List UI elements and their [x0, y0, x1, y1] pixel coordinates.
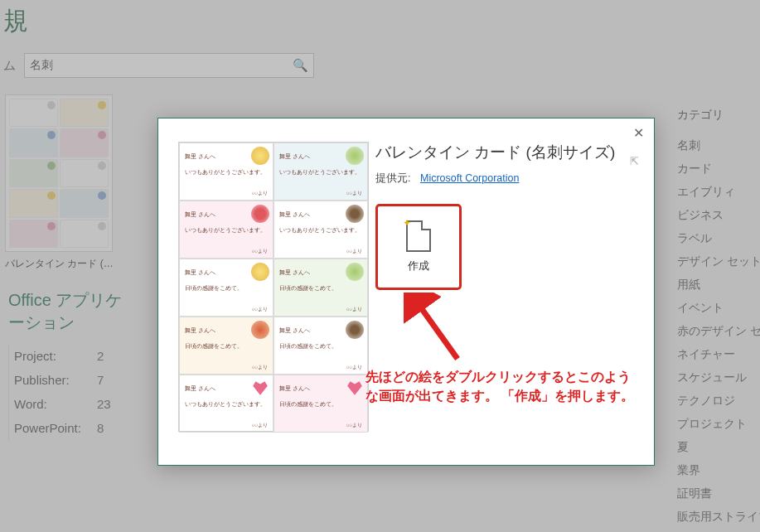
category-item[interactable]: プロジェクト: [677, 413, 760, 436]
template-search-box[interactable]: 🔍: [24, 53, 314, 78]
category-item[interactable]: 赤のデザイン セット: [677, 320, 760, 343]
category-item[interactable]: 業界: [677, 459, 760, 482]
template-title: バレンタイン カード (名刺サイズ): [375, 142, 637, 163]
category-item[interactable]: 名刺: [677, 134, 760, 157]
template-preview-image: 舞里 さんへいつもありがとうございます。○○より 舞里 さんへいつもありがとうご…: [158, 118, 365, 465]
category-item[interactable]: カード: [677, 157, 760, 181]
app-row[interactable]: PowerPoint:8: [8, 416, 124, 440]
home-label-fragment: ム: [3, 58, 16, 74]
category-item[interactable]: デザイン セット: [677, 250, 760, 273]
category-item[interactable]: エイブリィ: [677, 181, 760, 204]
provider-label: 提供元:: [375, 172, 410, 184]
app-count: 2: [97, 349, 104, 363]
provider-link[interactable]: Microsoft Corporation: [420, 172, 520, 184]
create-button-label: 作成: [408, 259, 429, 273]
app-count: 23: [97, 397, 111, 411]
category-item[interactable]: ラベル: [677, 227, 760, 250]
app-count: 8: [97, 421, 104, 435]
category-item[interactable]: スケジュール: [677, 366, 760, 389]
app-name: Word:: [14, 397, 97, 411]
annotation-text: 先ほどの絵をダブルクリックするとこのような画面が出てきます。 「作成」を押します…: [365, 367, 639, 406]
app-count: 7: [97, 373, 104, 387]
svg-line-0: [416, 301, 457, 359]
category-item[interactable]: 用紙: [677, 273, 760, 297]
category-item[interactable]: 証明書: [677, 482, 760, 505]
app-name: PowerPoint:: [14, 421, 97, 435]
app-name: Publisher:: [14, 373, 97, 387]
pin-icon[interactable]: ⇱: [630, 155, 639, 167]
template-search-input[interactable]: [30, 59, 278, 72]
category-item[interactable]: テクノロジ: [677, 389, 760, 413]
category-item[interactable]: イベント: [677, 297, 760, 320]
new-document-icon: ✦: [406, 220, 431, 252]
app-row[interactable]: Publisher:7: [8, 368, 124, 392]
template-preview-dialog: ✕ 舞里 さんへいつもありがとうございます。○○より 舞里 さんへいつもありがと…: [157, 118, 655, 466]
category-item[interactable]: 分析: [677, 529, 760, 532]
annotation-arrow-icon: [404, 293, 470, 367]
category-item[interactable]: ネイチャー: [677, 343, 760, 366]
provider-row: 提供元: Microsoft Corporation: [375, 172, 637, 186]
app-row[interactable]: Project:2: [8, 344, 124, 368]
category-item[interactable]: ビジネス: [677, 204, 760, 227]
category-heading: カテゴリ: [677, 108, 760, 123]
template-thumbnail-caption: バレンタイン カード (…: [5, 257, 124, 271]
other-apps-heading: Office アプリケーション: [8, 289, 124, 334]
app-name: Project:: [14, 349, 97, 363]
category-item[interactable]: 販売用ストライプの: [677, 505, 760, 529]
page-title-fragment: 規: [0, 0, 760, 45]
app-count-list: Project:2 Publisher:7 Word:23 PowerPoint…: [8, 344, 124, 440]
create-button[interactable]: ✦ 作成: [375, 204, 462, 290]
category-sidebar: カテゴリ 名刺 カード エイブリィ ビジネス ラベル デザイン セット 用紙 イ…: [677, 108, 760, 532]
template-thumbnail[interactable]: [5, 94, 113, 252]
search-icon[interactable]: 🔍: [293, 58, 308, 73]
category-item[interactable]: 夏: [677, 436, 760, 459]
app-row[interactable]: Word:23: [8, 392, 124, 416]
